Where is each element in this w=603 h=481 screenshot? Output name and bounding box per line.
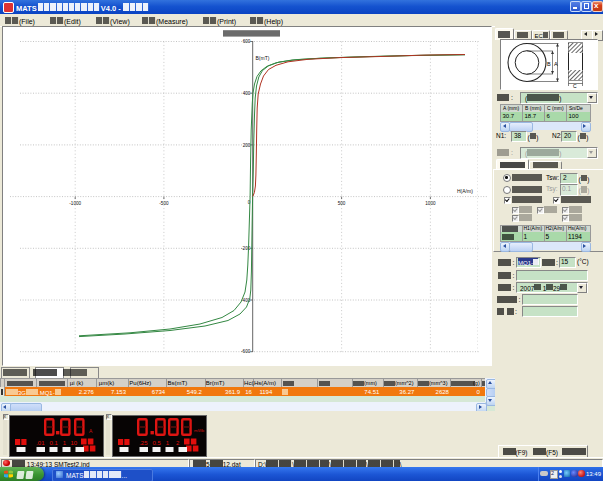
svg-text:0.1: 0.1	[50, 440, 59, 446]
svg-text:10: 10	[71, 440, 78, 446]
svg-text:C: C	[573, 82, 577, 88]
svg-text:.25: .25	[139, 440, 148, 446]
svg-text:1: 1	[63, 440, 67, 446]
svg-text:500: 500	[338, 201, 346, 206]
svg-text:1: 1	[166, 440, 170, 446]
svg-text:1000: 1000	[425, 201, 436, 206]
svg-text:-200: -200	[241, 246, 251, 251]
svg-text:H(A/m): H(A/m)	[457, 188, 473, 194]
svg-text:400: 400	[243, 91, 251, 96]
svg-text:B: B	[547, 60, 551, 66]
svg-text:A: A	[89, 428, 93, 434]
svg-text:B(mT): B(mT)	[256, 55, 270, 61]
svg-text:-500: -500	[159, 201, 169, 206]
svg-text:2: 2	[176, 440, 180, 446]
svg-text:.01: .01	[36, 440, 45, 446]
svg-text:200: 200	[243, 143, 251, 148]
svg-text:A: A	[554, 60, 558, 66]
svg-text:-600: -600	[241, 349, 251, 354]
svg-text:-1000: -1000	[69, 201, 81, 206]
svg-text:mWb: mWb	[194, 428, 205, 433]
svg-text:600: 600	[243, 39, 251, 44]
svg-text:0.5: 0.5	[153, 440, 162, 446]
